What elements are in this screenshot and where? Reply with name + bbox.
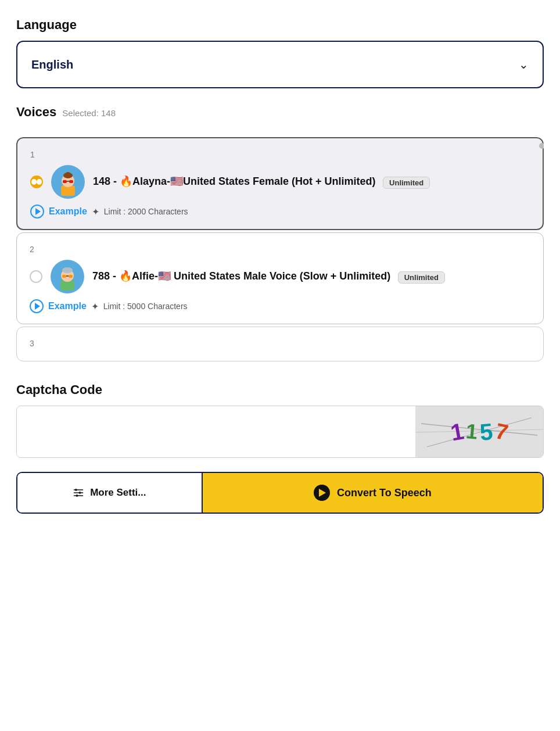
voice-name-text-2: 788 - 🔥Alfie-🇺🇸 United States Male Voice… [92,270,390,282]
voice-name-2: 788 - 🔥Alfie-🇺🇸 United States Male Voice… [92,270,445,283]
voice-number-2: 2 [30,245,530,254]
language-title: Language [16,17,544,33]
voice-limit-2: Limit : 5000 Characters [103,302,188,311]
voices-list: 1 [16,137,544,364]
voice-avatar-2 [51,260,84,293]
voice-card-1[interactable]: 1 [16,137,544,230]
scrollbar-thumb[interactable] [539,143,544,149]
voice-avatar-1 [51,165,85,199]
captcha-char-1: 1 [448,418,466,446]
play-triangle-icon-1 [35,208,41,215]
captcha-char-3: 5 [479,418,494,446]
settings-icon [73,487,84,499]
svg-point-11 [62,267,73,273]
sparkle-icon-2: ✦ [91,301,99,312]
svg-rect-13 [69,275,73,278]
svg-rect-5 [63,180,67,183]
language-select[interactable]: English Spanish French German Japanese [17,42,543,87]
voice-radio-2[interactable] [30,270,42,283]
svg-point-23 [76,494,78,496]
sparkle-icon-1: ✦ [92,206,99,217]
voice-limit-1: Limit : 2000 Characters [104,207,188,216]
voices-selected-count: Selected: 148 [62,108,116,118]
svg-point-4 [66,172,70,177]
voice-main-row-1: 148 - 🔥Alayna-🇺🇸United States Female (Ho… [30,165,530,199]
svg-rect-12 [62,275,66,278]
voice-example-row-1: Example ✦ Limit : 2000 Characters [30,205,530,218]
svg-point-22 [79,492,81,493]
voice-card-3[interactable]: 3 [16,327,544,361]
captcha-title: Captcha Code [16,382,544,397]
captcha-chars: 1 1 5 7 [451,419,508,445]
voices-header: Voices Selected: 148 [16,105,544,128]
voice-radio-1[interactable] [30,175,43,188]
captcha-section: Captcha Code 1 1 5 7 [16,382,544,458]
voice-number-3: 3 [30,339,530,348]
captcha-image: 1 1 5 7 [415,406,543,457]
voice-badge-2: Unlimited [398,271,445,284]
voice-name-1: 148 - 🔥Alayna-🇺🇸United States Female (Ho… [93,175,430,188]
voices-title: Voices [16,105,56,120]
voices-section: Voices Selected: 148 1 [16,105,544,364]
language-dropdown-wrapper[interactable]: English Spanish French German Japanese ⌄ [16,41,544,88]
play-triangle-icon-2 [35,303,40,310]
convert-button-label: Convert To Speech [337,487,432,499]
voice-badge-1: Unlimited [383,177,430,189]
captcha-input-row: 1 1 5 7 [16,406,544,458]
bottom-buttons: More Setti... Convert To Speech [16,472,544,514]
voice-card-2[interactable]: 2 [16,232,544,324]
convert-play-icon [314,485,330,501]
captcha-char-4: 7 [493,418,510,445]
voice-example-row-2: Example ✦ Limit : 5000 Characters [30,299,530,313]
voice-main-row-2: 788 - 🔥Alfie-🇺🇸 United States Male Voice… [30,260,530,293]
svg-point-21 [75,489,77,490]
captcha-char-2: 1 [465,419,479,445]
voice-play-btn-2[interactable] [30,299,44,313]
captcha-text-input[interactable] [17,406,415,457]
more-settings-button[interactable]: More Setti... [17,473,203,513]
language-section: Language English Spanish French German J… [16,17,544,88]
voice-number-1: 1 [30,150,530,159]
voice-example-link-2[interactable]: Example [48,301,87,311]
settings-button-label: More Setti... [90,487,146,499]
svg-rect-6 [69,180,73,183]
voice-name-text-1: 148 - 🔥Alayna-🇺🇸United States Female (Ho… [93,175,376,187]
voice-example-link-1[interactable]: Example [49,206,87,217]
play-triangle-filled-icon [319,489,326,497]
voice-play-btn-1[interactable] [30,205,44,218]
convert-speech-button[interactable]: Convert To Speech [203,473,543,513]
